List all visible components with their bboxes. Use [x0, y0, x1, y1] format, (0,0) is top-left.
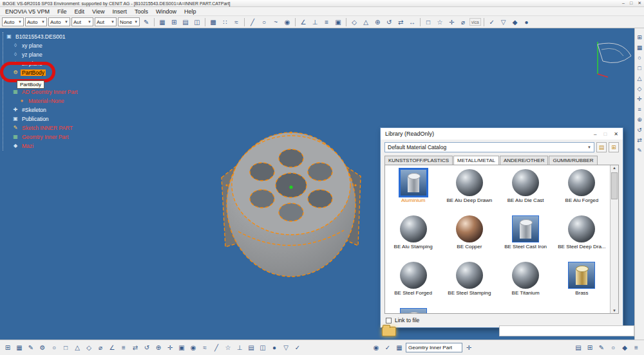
- statusbar-icon[interactable]: ✎: [596, 343, 607, 353]
- material-item[interactable]: BE Alu Deep Drawn: [441, 169, 497, 212]
- statusbar-icon[interactable]: ⚙: [37, 343, 48, 353]
- statusbar-icon[interactable]: ⊞: [3, 343, 13, 353]
- toolbar-select[interactable]: None▼: [118, 17, 140, 26]
- tree-item[interactable]: ◊ xy plane: [12, 41, 79, 50]
- toolbar-icon[interactable]: ◫: [192, 17, 202, 27]
- toolbar-icon[interactable]: ✎: [637, 148, 642, 154]
- toolbar-icon[interactable]: ↔: [407, 17, 417, 27]
- catalog-browser-icon[interactable]: ⊞: [609, 142, 619, 152]
- toolbar-select[interactable]: Auto▼: [25, 17, 47, 26]
- statusbar-icon[interactable]: ☆: [223, 343, 233, 353]
- statusbar-icon[interactable]: ◆: [620, 343, 630, 353]
- statusbar-icon[interactable]: ●: [269, 343, 279, 353]
- material-item[interactable]: BE Alu Stamping: [385, 215, 441, 258]
- statusbar-icon[interactable]: ◫: [258, 343, 268, 353]
- window-close-button[interactable]: ✕: [638, 1, 641, 6]
- statusbar-icon[interactable]: ╱: [211, 343, 222, 353]
- tree-item[interactable]: ◆ Mazi: [12, 141, 79, 150]
- statusbar-icon[interactable]: ▽: [281, 343, 291, 353]
- statusbar-icon[interactable]: ⊞: [585, 343, 595, 353]
- toolbar-icon[interactable]: ⇄: [637, 138, 642, 143]
- material-item[interactable]: [385, 308, 441, 313]
- tree-item[interactable]: ✚ #Skeleton: [12, 105, 79, 114]
- folder-icon[interactable]: [382, 327, 396, 336]
- material-item[interactable]: Aluminium: [385, 169, 441, 212]
- material-item[interactable]: BE Alu Forged: [554, 169, 610, 212]
- toolbar-icon[interactable]: ╱: [247, 17, 258, 27]
- menu-item[interactable]: View: [88, 8, 108, 15]
- toolbar-icon[interactable]: ⊞: [169, 17, 179, 27]
- statusbar-icon[interactable]: ⌀: [95, 343, 106, 353]
- link-to-file-checkbox[interactable]: [386, 318, 392, 323]
- window-maximize-button[interactable]: □: [630, 1, 632, 6]
- toolbar-icon[interactable]: ↺: [637, 127, 642, 133]
- statusbar-icon[interactable]: ▦: [14, 343, 24, 353]
- dialog-maximize-button[interactable]: □: [603, 131, 607, 137]
- toolbar-icon[interactable]: |: [154, 18, 155, 26]
- statusbar-icon[interactable]: ◉: [371, 343, 381, 353]
- menu-item[interactable]: Edit: [71, 8, 89, 15]
- toolbar-icon[interactable]: △: [638, 76, 642, 82]
- statusbar-icon[interactable]: ⊥: [234, 343, 245, 353]
- toolbar-icon[interactable]: ✛: [637, 96, 642, 102]
- toolbar-icon[interactable]: ⊞: [637, 35, 642, 41]
- toolbar-icon[interactable]: ◇: [638, 86, 642, 92]
- toolbar-select[interactable]: Aut▼: [71, 17, 93, 26]
- statusbar-icon[interactable]: ○: [49, 343, 59, 353]
- toolbar-icon[interactable]: ▣: [333, 17, 343, 27]
- toolbar-icon[interactable]: ⊕: [637, 117, 642, 123]
- tree-item[interactable]: ▦ AD Geomtry Inner Part: [12, 87, 79, 96]
- part-3d-model[interactable]: [219, 121, 362, 280]
- material-item[interactable]: BE Steel Deep Dra...: [554, 215, 610, 258]
- toolbar-icon[interactable]: ▽: [498, 17, 509, 27]
- toolbar-icon[interactable]: |: [244, 18, 245, 26]
- toolbar-icon[interactable]: ∠: [298, 17, 308, 27]
- toolbar-icon[interactable]: ⌀: [458, 17, 468, 27]
- statusbar-icon[interactable]: ↺: [142, 343, 152, 353]
- toolbar-icon[interactable]: □: [423, 17, 433, 27]
- menu-item[interactable]: Window: [152, 8, 180, 15]
- toolbar-icon[interactable]: ▦: [157, 17, 167, 27]
- toolbar-icon[interactable]: |: [295, 18, 296, 26]
- toolbar-select[interactable]: Auto▼: [2, 17, 24, 26]
- statusbar-icon[interactable]: ▣: [176, 343, 187, 353]
- toolbar-icon[interactable]: |: [484, 18, 484, 26]
- toolbar-icon[interactable]: ◉: [282, 17, 292, 27]
- toolbar-icon[interactable]: ●: [522, 17, 532, 27]
- material-item[interactable]: Brass: [554, 262, 610, 304]
- tab[interactable]: KUNSTSTOFF/PLASTICS: [384, 156, 453, 165]
- scroll-down-icon[interactable]: ▼: [612, 309, 616, 313]
- menu-item[interactable]: Tools: [131, 8, 152, 15]
- toolbar-icon[interactable]: ◆: [510, 17, 520, 27]
- toolbar-icon[interactable]: ✓: [487, 17, 497, 27]
- material-item[interactable]: BE Steel Forged: [385, 262, 441, 304]
- statusbar-icon[interactable]: ∠: [107, 343, 117, 353]
- tree-item[interactable]: ⚙ PartBody: [12, 68, 79, 77]
- statusbar-icon[interactable]: ✓: [383, 343, 393, 353]
- window-minimize-button[interactable]: –: [622, 1, 625, 6]
- dialog-close-button[interactable]: ✕: [614, 131, 618, 137]
- toolbar-icon[interactable]: |: [420, 18, 421, 26]
- toolbar-icon[interactable]: ▩: [208, 17, 218, 27]
- toolbar-icon[interactable]: ≈: [231, 17, 242, 27]
- statusbar-icon[interactable]: ◉: [188, 343, 198, 353]
- toolbar-icon[interactable]: ≡: [638, 107, 641, 113]
- toolbar-icon[interactable]: |: [346, 18, 346, 26]
- material-item[interactable]: BE Steel Cast Iron: [498, 215, 554, 258]
- statusbar-icon[interactable]: ≡: [118, 343, 129, 353]
- toolbar-icon[interactable]: □: [638, 66, 641, 71]
- tree-item[interactable]: ◊ zx plane: [12, 59, 79, 68]
- statusbar-icon[interactable]: ▤: [246, 343, 256, 353]
- tree-item[interactable]: ▣ Publication: [12, 114, 79, 123]
- tab[interactable]: GUMMI/RUBBER: [549, 156, 597, 165]
- toolbar-icon[interactable]: ☆: [435, 17, 445, 27]
- toolbar-icon[interactable]: ∷: [220, 17, 230, 27]
- menu-item[interactable]: Help: [180, 8, 200, 15]
- statusbar-icon[interactable]: ▤: [573, 343, 583, 353]
- toolbar-icon[interactable]: ▤: [180, 17, 191, 27]
- tree-item[interactable]: ✎ Sketch INNER PART: [12, 123, 79, 132]
- dialog-minimize-button[interactable]: –: [594, 131, 596, 137]
- toolbar-icon[interactable]: ○: [259, 17, 269, 27]
- tab[interactable]: ANDERE/OTHER: [500, 156, 549, 165]
- statusbar-icon[interactable]: ✎: [26, 343, 36, 353]
